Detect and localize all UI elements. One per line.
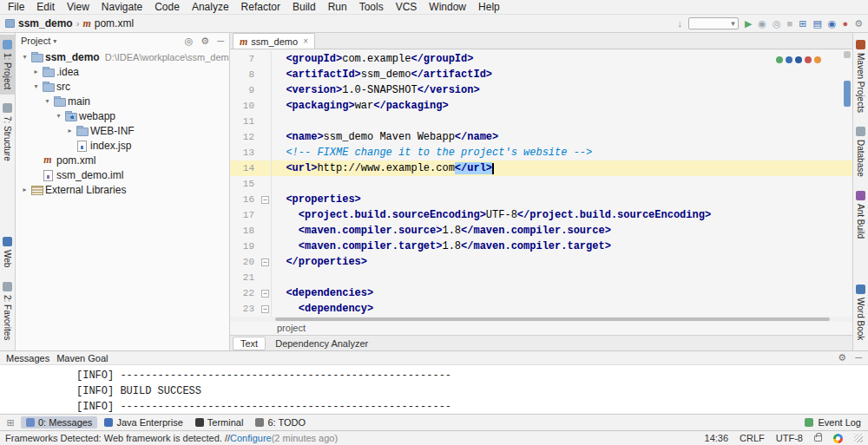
menu-view[interactable]: View bbox=[61, 1, 95, 13]
code-line-21[interactable]: 21 bbox=[230, 270, 852, 285]
tree-item-ssm-demo[interactable]: ▾ssm_demoD:\IDEA\workplace\ssm_demo bbox=[16, 49, 229, 64]
fold-icon[interactable]: − bbox=[260, 285, 272, 301]
configure-link[interactable]: Configure bbox=[230, 433, 272, 443]
code-line-8[interactable]: 8 <artifactId>ssm_demo</artifactId> bbox=[230, 67, 852, 82]
code-line-15[interactable]: 15 bbox=[230, 176, 852, 192]
tree-item-idea[interactable]: ▸.idea bbox=[16, 64, 229, 79]
tool-tab-ant-build[interactable]: Ant Build bbox=[853, 186, 868, 244]
fold-icon[interactable]: − bbox=[260, 254, 272, 270]
tree-item-ssm-demo-iml[interactable]: ssm_demo.iml bbox=[16, 167, 229, 182]
code-line-10[interactable]: 10 <packaging>war</packaging> bbox=[230, 98, 852, 114]
chevron-down-icon[interactable]: ▾ bbox=[53, 112, 64, 120]
code-line-13[interactable]: 13 <!-- FIXME change it to the project's… bbox=[230, 145, 852, 160]
lock-icon[interactable] bbox=[814, 435, 822, 442]
red-plugin-icon[interactable]: ● bbox=[842, 19, 848, 29]
settings-gear-icon[interactable]: ⚙ bbox=[838, 352, 846, 363]
toolwindow-button-java-enterprise[interactable]: Java Enterprise bbox=[99, 416, 187, 429]
collapse-fold-icon[interactable]: − bbox=[261, 258, 269, 266]
collapse-fold-icon[interactable]: − bbox=[261, 305, 269, 313]
scrollbar-thumb[interactable] bbox=[275, 317, 830, 321]
code-line-16[interactable]: 16− <properties> bbox=[230, 192, 852, 207]
line-number[interactable]: 13 bbox=[230, 145, 260, 160]
tree-item-index-jsp[interactable]: index.jsp bbox=[16, 138, 229, 153]
breadcrumb-file[interactable]: pom.xml bbox=[95, 17, 134, 29]
translate-plugin-icon[interactable]: ◉ bbox=[828, 19, 837, 29]
code-line-20[interactable]: 20− </properties> bbox=[230, 254, 852, 270]
toolwindow-button-terminal[interactable]: Terminal bbox=[190, 416, 249, 429]
code-line-19[interactable]: 19 <maven.compiler.target>1.8</maven.com… bbox=[230, 239, 852, 254]
editor-tab-ssm-demo[interactable]: m ssm_demo × bbox=[233, 33, 315, 49]
inspections-status-icon[interactable] bbox=[844, 51, 851, 58]
line-number[interactable]: 10 bbox=[230, 98, 260, 114]
menu-edit[interactable]: Edit bbox=[30, 1, 61, 13]
tree-item-webapp[interactable]: ▾webapp bbox=[16, 108, 229, 123]
line-separator-widget[interactable]: CRLF bbox=[740, 433, 765, 443]
line-number[interactable]: 23 bbox=[230, 301, 260, 317]
blue-plugin-icon[interactable]: ▤ bbox=[812, 19, 821, 29]
chevron-down-icon[interactable]: ▾ bbox=[19, 53, 30, 61]
caret-position-widget[interactable]: 14:36 bbox=[705, 433, 729, 443]
close-icon[interactable]: × bbox=[303, 36, 308, 46]
menu-analyze[interactable]: Analyze bbox=[186, 1, 235, 13]
fold-icon[interactable]: − bbox=[260, 301, 272, 317]
scrollbar-thumb[interactable] bbox=[844, 81, 851, 107]
menu-help[interactable]: Help bbox=[472, 1, 506, 13]
locate-icon[interactable]: ◎ bbox=[185, 36, 194, 47]
toolwindow-button-0-messages[interactable]: 0: Messages bbox=[21, 416, 97, 429]
tool-tab-maven-projects[interactable]: Maven Projects bbox=[853, 35, 868, 118]
tree-item-src[interactable]: ▾src bbox=[16, 79, 229, 94]
code-line-17[interactable]: 17 <project.build.sourceEncoding>UTF-8</… bbox=[230, 207, 852, 223]
line-number[interactable]: 7 bbox=[230, 51, 260, 67]
chevron-down-icon[interactable]: ▾ bbox=[42, 97, 53, 105]
editor-bottom-tab-text[interactable]: Text bbox=[233, 337, 266, 350]
encoding-widget[interactable]: UTF-8 bbox=[776, 433, 803, 443]
line-number[interactable]: 18 bbox=[230, 223, 260, 239]
vertical-scrollbar[interactable] bbox=[842, 49, 852, 317]
tool-tab-7-structure[interactable]: 7: Structure bbox=[0, 98, 15, 167]
horizontal-scrollbar[interactable] bbox=[230, 317, 852, 322]
line-number[interactable]: 20 bbox=[230, 254, 260, 270]
code-line-11[interactable]: 11 bbox=[230, 114, 852, 129]
menu-vcs[interactable]: VCS bbox=[390, 1, 424, 13]
settings-gear-icon[interactable]: ⚙ bbox=[201, 36, 209, 47]
tree-item-web-inf[interactable]: ▸WEB-INF bbox=[16, 123, 229, 138]
chevron-right-icon[interactable]: ▸ bbox=[19, 186, 30, 193]
editor-breadcrumb[interactable]: project bbox=[230, 322, 852, 335]
line-number[interactable]: 14 bbox=[230, 160, 260, 176]
code-line-7[interactable]: 7 <groupId>com.example</groupId> bbox=[230, 51, 852, 67]
line-number[interactable]: 12 bbox=[230, 129, 260, 145]
line-number[interactable]: 16 bbox=[230, 192, 260, 207]
toolwindow-button-6-todo[interactable]: 6: TODO bbox=[250, 416, 311, 429]
window-grid-icon[interactable]: ⊞ bbox=[799, 19, 806, 29]
tool-tab-word-book[interactable]: Word Book bbox=[853, 279, 868, 345]
line-number[interactable]: 9 bbox=[230, 82, 260, 98]
code-line-14[interactable]: 14 <url>http://www.example.com</url> bbox=[230, 160, 852, 176]
inspection-profile-icon[interactable] bbox=[833, 434, 843, 443]
line-number[interactable]: 15 bbox=[230, 176, 260, 192]
code-line-9[interactable]: 9 <version>1.0-SNAPSHOT</version> bbox=[230, 82, 852, 98]
code-line-18[interactable]: 18 <maven.compiler.source>1.8</maven.com… bbox=[230, 223, 852, 239]
breadcrumb-project[interactable]: ssm_demo bbox=[18, 17, 73, 29]
chevron-down-icon[interactable]: ▾ bbox=[30, 82, 42, 90]
tool-window-switcher-icon[interactable]: ⊞ bbox=[3, 417, 17, 429]
menu-run[interactable]: Run bbox=[322, 1, 353, 13]
coverage-icon[interactable]: ◎ bbox=[773, 19, 781, 29]
line-number[interactable]: 21 bbox=[230, 270, 260, 285]
settings-icon[interactable]: ⚙ bbox=[854, 19, 863, 29]
menu-refactor[interactable]: Refactor bbox=[235, 1, 286, 13]
tree-item-main[interactable]: ▾main bbox=[16, 94, 229, 108]
hide-panel-icon[interactable]: ─ bbox=[855, 352, 862, 363]
line-number[interactable]: 11 bbox=[230, 114, 260, 129]
code-editor[interactable]: 7 <groupId>com.example</groupId>8 <artif… bbox=[230, 49, 852, 317]
hide-panel-icon[interactable]: ─ bbox=[217, 36, 224, 47]
collapse-fold-icon[interactable]: − bbox=[261, 196, 269, 204]
menu-navigate[interactable]: Navigate bbox=[95, 1, 148, 13]
menu-build[interactable]: Build bbox=[286, 1, 322, 13]
tool-tab-2-favorites[interactable]: 2: Favorites bbox=[0, 277, 15, 345]
menu-file[interactable]: File bbox=[2, 1, 30, 13]
tool-tab-web[interactable]: Web bbox=[0, 232, 15, 272]
run-configuration-select[interactable]: ▾ bbox=[688, 17, 739, 29]
collapse-fold-icon[interactable]: − bbox=[261, 290, 269, 298]
code-line-23[interactable]: 23− <dependency> bbox=[230, 301, 852, 317]
event-log-button[interactable]: Event Log bbox=[805, 417, 865, 428]
